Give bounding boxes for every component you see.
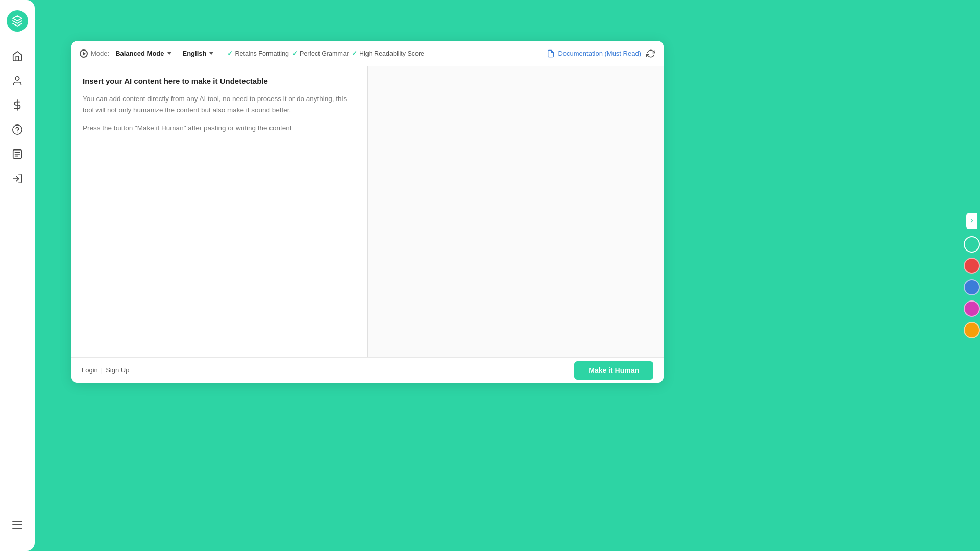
mode-dropdown-arrow — [167, 52, 172, 55]
input-hint-2: Press the button "Make it Human" after p… — [83, 122, 356, 134]
swatch-toggle-arrow[interactable] — [966, 213, 977, 229]
document-icon — [12, 148, 23, 160]
menu-line-3 — [12, 528, 22, 529]
refresh-icon[interactable] — [646, 49, 655, 58]
mode-dropdown[interactable]: Balanced Mode — [112, 47, 174, 59]
doc-icon — [547, 49, 555, 58]
sidebar-item-help[interactable] — [7, 119, 28, 140]
mode-value: Balanced Mode — [115, 49, 164, 57]
swatch-blue[interactable] — [964, 279, 980, 295]
main-panel: Mode: Balanced Mode English ✓ Retains Fo… — [71, 41, 664, 383]
swatches-panel — [964, 208, 980, 343]
language-value: English — [183, 49, 207, 57]
content-area: Insert your AI content here to make it U… — [71, 66, 664, 357]
feature-high-readability: ✓ High Readability Score — [352, 49, 424, 57]
sidebar-item-login[interactable] — [7, 168, 28, 189]
toolbar-right: Documentation (Must Read) — [547, 49, 655, 58]
login-icon — [12, 173, 23, 184]
play-triangle — [83, 52, 86, 56]
output-panel — [368, 66, 664, 357]
mode-selector: Mode: Balanced Mode — [80, 47, 175, 59]
toolbar: Mode: Balanced Mode English ✓ Retains Fo… — [71, 41, 664, 66]
language-dropdown[interactable]: English — [180, 47, 217, 59]
chevron-right-icon — [969, 218, 975, 224]
input-panel[interactable]: Insert your AI content here to make it U… — [71, 66, 368, 357]
login-link[interactable]: Login — [82, 366, 98, 374]
feature-label-2: Perfect Grammar — [300, 50, 349, 57]
logo-icon — [11, 15, 23, 27]
footer-links: Login | Sign Up — [82, 366, 129, 374]
make-human-button[interactable]: Make it Human — [574, 361, 653, 380]
menu-line-2 — [12, 524, 22, 525]
doc-link-text: Documentation (Must Read) — [558, 49, 641, 57]
dollar-icon — [12, 99, 23, 111]
lang-dropdown-arrow — [209, 52, 213, 55]
footer-separator: | — [101, 366, 103, 374]
svg-point-0 — [15, 77, 19, 80]
signup-link[interactable]: Sign Up — [106, 366, 129, 374]
feature-retains-formatting: ✓ Retains Formatting — [227, 49, 289, 57]
feature-label-3: High Readability Score — [359, 50, 424, 57]
footer: Login | Sign Up Make it Human — [71, 357, 664, 383]
svg-point-2 — [13, 125, 22, 134]
sidebar-item-user[interactable] — [7, 70, 28, 91]
input-title: Insert your AI content here to make it U… — [83, 77, 356, 85]
toolbar-divider — [222, 48, 222, 59]
check-icon-1: ✓ — [227, 49, 233, 57]
help-icon — [12, 124, 23, 135]
input-hint-1: You can add content directly from any AI… — [83, 93, 356, 115]
documentation-link[interactable]: Documentation (Must Read) — [547, 49, 641, 58]
swatch-orange[interactable] — [964, 322, 980, 338]
sidebar-item-home[interactable] — [7, 46, 28, 66]
logo[interactable] — [7, 10, 28, 32]
menu-line-1 — [12, 521, 22, 522]
swatch-red[interactable] — [964, 258, 980, 274]
home-icon — [12, 51, 23, 62]
sidebar-item-billing[interactable] — [7, 95, 28, 115]
menu-button[interactable] — [8, 517, 27, 533]
check-icon-2: ✓ — [292, 49, 298, 57]
feature-perfect-grammar: ✓ Perfect Grammar — [292, 49, 349, 57]
feature-label-1: Retains Formatting — [235, 50, 289, 57]
swatch-pink[interactable] — [964, 300, 980, 317]
sidebar-item-documents[interactable] — [7, 144, 28, 164]
mode-label: Mode: — [91, 49, 109, 57]
swatch-green[interactable] — [964, 236, 980, 253]
sidebar — [0, 0, 35, 551]
mode-play-icon — [80, 49, 88, 58]
check-icon-3: ✓ — [352, 49, 357, 57]
user-icon — [12, 75, 23, 86]
